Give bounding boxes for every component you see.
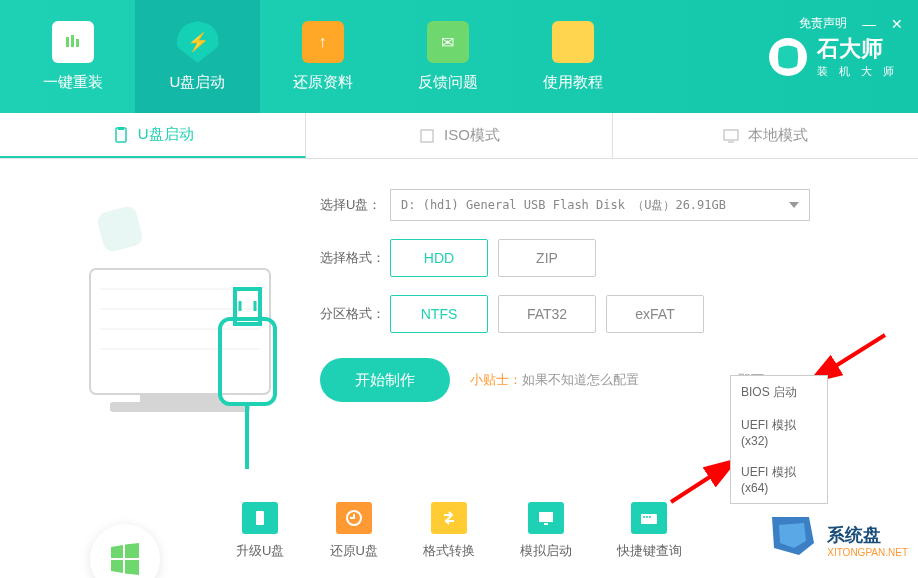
- svg-rect-0: [66, 37, 69, 47]
- nav-label: 使用教程: [543, 73, 603, 92]
- svg-point-32: [649, 516, 651, 518]
- tool-simulate-boot[interactable]: 模拟启动: [520, 502, 572, 560]
- tab-iso-mode[interactable]: ISO模式: [306, 113, 612, 158]
- tab-local-mode[interactable]: 本地模式: [613, 113, 918, 158]
- nav-reinstall[interactable]: 一键重装: [10, 0, 135, 113]
- nav-label: U盘启动: [170, 73, 226, 92]
- usb-icon: [112, 126, 130, 144]
- watermark-logo-icon: [764, 513, 819, 568]
- partition-option-exfat[interactable]: exFAT: [606, 295, 704, 333]
- nav-restore[interactable]: ↑ 还原资料: [260, 0, 385, 113]
- close-button[interactable]: ✕: [891, 16, 903, 32]
- svg-rect-6: [724, 130, 738, 140]
- popup-uefi-x64[interactable]: UEFI 模拟(x64): [731, 456, 827, 503]
- chevron-down-icon: [789, 202, 799, 208]
- simulate-icon: [528, 502, 564, 534]
- watermark-url: XITONGPAN.NET: [827, 547, 908, 558]
- brand-title: 石大师: [817, 34, 898, 64]
- tool-restore-usb[interactable]: 还原U盘: [330, 502, 378, 560]
- keyboard-icon: [631, 502, 667, 534]
- brand-logo-icon: [769, 38, 807, 76]
- tool-upgrade-usb[interactable]: 升级U盘: [236, 502, 284, 560]
- tab-label: 本地模式: [748, 126, 808, 145]
- tab-usb-boot[interactable]: U盘启动: [0, 113, 306, 158]
- usb-upgrade-icon: [242, 502, 278, 534]
- usb-select[interactable]: D: (hd1) General USB Flash Disk （U盘）26.9…: [390, 189, 810, 221]
- partition-option-ntfs[interactable]: NTFS: [390, 295, 488, 333]
- svg-rect-4: [118, 127, 124, 130]
- partition-label: 分区格式：: [320, 305, 390, 323]
- shield-icon: ⚡: [177, 21, 219, 63]
- svg-rect-15: [220, 319, 275, 404]
- nav-tutorial[interactable]: 使用教程: [510, 0, 635, 113]
- brand-subtitle: 装 机 大 师: [817, 64, 898, 79]
- svg-rect-25: [256, 511, 264, 525]
- tool-label: 格式转换: [423, 542, 475, 560]
- usb-select-value: D: (hd1) General USB Flash Disk （U盘）26.9…: [401, 197, 726, 214]
- illustration: [40, 189, 300, 459]
- tool-hotkey-query[interactable]: 快捷键查询: [617, 502, 682, 560]
- tool-format-convert[interactable]: 格式转换: [423, 502, 475, 560]
- tab-label: U盘启动: [138, 125, 194, 144]
- tool-label: 升级U盘: [236, 542, 284, 560]
- partition-option-fat32[interactable]: FAT32: [498, 295, 596, 333]
- popup-uefi-x32[interactable]: UEFI 模拟(x32): [731, 409, 827, 456]
- tip-text: 小贴士：如果不知道怎么配置 即可: [470, 371, 764, 389]
- svg-rect-1: [71, 35, 74, 47]
- boot-mode-popup: BIOS 启动 UEFI 模拟(x32) UEFI 模拟(x64): [730, 375, 828, 504]
- svg-rect-2: [76, 39, 79, 47]
- format-option-hdd[interactable]: HDD: [390, 239, 488, 277]
- svg-point-30: [643, 516, 645, 518]
- iso-icon: [418, 127, 436, 145]
- upload-icon: ↑: [302, 21, 344, 63]
- start-button[interactable]: 开始制作: [320, 358, 450, 402]
- nav-label: 一键重装: [43, 73, 103, 92]
- format-option-zip[interactable]: ZIP: [498, 239, 596, 277]
- watermark-text: 系统盘: [827, 523, 908, 547]
- nav-usb-boot[interactable]: ⚡ U盘启动: [135, 0, 260, 113]
- watermark: 系统盘 XITONGPAN.NET: [764, 513, 908, 568]
- brand: 石大师 装 机 大 师: [769, 34, 898, 79]
- mail-icon: ✉: [427, 21, 469, 63]
- select-usb-label: 选择U盘：: [320, 196, 390, 214]
- convert-icon: [431, 502, 467, 534]
- tool-label: 模拟启动: [520, 542, 572, 560]
- bars-icon: [52, 21, 94, 63]
- minimize-button[interactable]: —: [862, 16, 876, 32]
- svg-rect-9: [140, 394, 220, 402]
- monitor-icon: [722, 127, 740, 145]
- restore-icon: [336, 502, 372, 534]
- nav-label: 还原资料: [293, 73, 353, 92]
- tab-label: ISO模式: [444, 126, 500, 145]
- svg-rect-27: [539, 512, 553, 522]
- svg-rect-29: [641, 514, 657, 524]
- nav-feedback[interactable]: ✉ 反馈问题: [385, 0, 510, 113]
- svg-rect-5: [421, 130, 433, 142]
- popup-bios-boot[interactable]: BIOS 启动: [731, 376, 827, 409]
- book-icon: [552, 21, 594, 63]
- svg-rect-28: [544, 523, 548, 525]
- nav-label: 反馈问题: [418, 73, 478, 92]
- tool-label: 快捷键查询: [617, 542, 682, 560]
- svg-rect-20: [96, 205, 145, 254]
- disclaimer-link[interactable]: 免责声明: [799, 15, 847, 32]
- svg-point-31: [646, 516, 648, 518]
- tool-label: 还原U盘: [330, 542, 378, 560]
- svg-rect-3: [116, 128, 126, 142]
- svg-line-24: [671, 460, 736, 502]
- format-label: 选择格式：: [320, 249, 390, 267]
